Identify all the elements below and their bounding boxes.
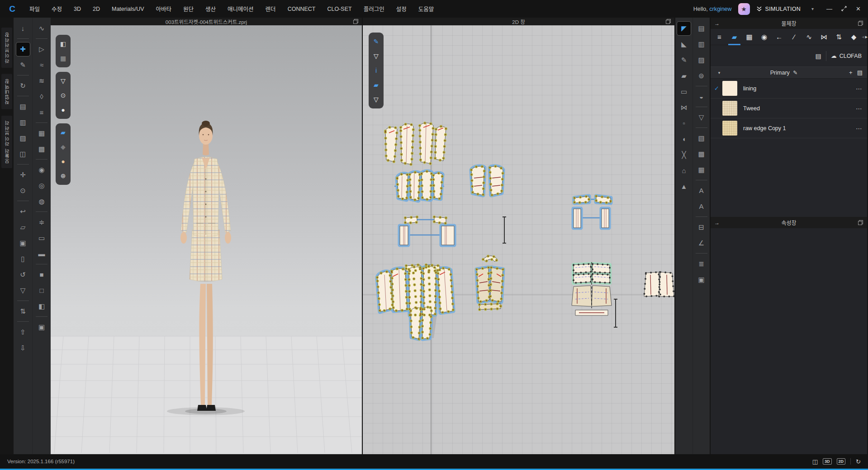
simulation-mode-switch[interactable]: SIMULATION [756, 6, 801, 12]
scale-pattern-tool-icon[interactable]: ⇅ [16, 305, 30, 318]
detect-sewing-tool-icon[interactable]: ⊚ [695, 69, 708, 83]
pane-2d-popout-icon[interactable] [666, 19, 671, 24]
segment-sewing-tool-icon[interactable]: ▤ [16, 100, 30, 113]
select-2d-tool-icon[interactable]: ◤ [677, 22, 691, 35]
fabric-shirt-tool-icon[interactable]: ▧ [695, 132, 708, 145]
menu-item-생산[interactable]: 생산 [199, 2, 222, 16]
segment-sewing-2d-tool-icon[interactable]: ▥ [695, 38, 708, 51]
tabs-scroll-left-icon[interactable]: ◂ [862, 30, 864, 44]
zipper-tool-icon[interactable]: ≑ [35, 216, 48, 229]
checkerboard-tool-icon[interactable]: ▦ [35, 127, 48, 140]
animation-tool-icon[interactable]: ∿ [35, 22, 48, 35]
edit-pattern-tool-icon[interactable]: ✎ [677, 53, 691, 67]
sculpt-brush-tool-icon[interactable]: ✎ [16, 58, 30, 72]
menu-item-애니메이션[interactable]: 애니메이션 [222, 2, 260, 16]
view-2d-badge[interactable]: 2D [837, 458, 846, 465]
property-collapse-icon[interactable]: → [714, 220, 720, 226]
hanger-down-tool-icon[interactable]: ⇩ [16, 341, 30, 355]
split-view-icon[interactable]: ◫ [812, 458, 818, 465]
menu-item-렌더[interactable]: 렌더 [260, 2, 282, 16]
ruler-tool-icon[interactable]: ⊟ [695, 221, 708, 234]
transform-pattern-tool-icon[interactable]: ◣ [677, 38, 691, 51]
close-button[interactable]: ✕ [856, 6, 861, 12]
tab-fabric-icon[interactable]: ▰ [727, 30, 741, 44]
tack-tool-icon[interactable]: ⊙ [16, 184, 30, 197]
button-lock-tool-icon[interactable]: ◍ [35, 195, 48, 208]
garment-texture-toggle-icon[interactable]: ▦ [57, 52, 69, 65]
trace-pattern-tool-icon[interactable]: ▫ [677, 117, 691, 130]
folder-icon[interactable]: ▤ [857, 69, 863, 76]
menu-item-2d[interactable]: 2D [87, 3, 106, 15]
tab-button-icon[interactable]: ◉ [757, 30, 771, 44]
tab-topstitch-icon[interactable]: ∕ [787, 30, 801, 44]
fabric-dark-toggle-icon[interactable]: ◆ [57, 141, 69, 153]
fabric-display-toggle-icon[interactable]: ▰ [57, 127, 69, 139]
text-tool-icon[interactable]: A [695, 184, 708, 197]
fill-square-tool-icon[interactable]: ■ [35, 268, 48, 282]
open-vest-tool-icon[interactable]: ▯ [16, 252, 30, 266]
text-italic-tool-icon[interactable]: A [695, 200, 708, 213]
menu-item-3d[interactable]: 3D [68, 3, 87, 15]
render-style-toggle-icon[interactable]: ◧ [57, 38, 69, 50]
angle-measure-tool-icon[interactable]: ∠ [695, 236, 708, 250]
tab-modular-library[interactable]: 모듈러 라이브러리 [1, 116, 12, 168]
pin-display-toggle-icon[interactable]: ⊙ [57, 89, 69, 102]
menu-item-도움말[interactable]: 도움말 [413, 2, 440, 16]
layer-tool-icon[interactable]: ◧ [35, 300, 48, 313]
curve-sewing-tool-icon[interactable]: ▨ [16, 132, 30, 145]
username-link[interactable]: crkginew [709, 6, 731, 12]
dart-tool-icon[interactable]: ⋈ [677, 101, 691, 114]
fabric-2d-toggle-icon[interactable]: ▰ [370, 79, 382, 91]
menu-item-materialsuv[interactable]: Materials/UV [106, 3, 150, 15]
notch-tool-icon[interactable]: ╳ [677, 148, 691, 162]
globe-display-toggle-icon[interactable]: ⊕ [57, 170, 69, 182]
sewing-2d-tool-icon[interactable]: ▤ [695, 22, 708, 35]
Tweed[interactable]: ✓ Tweed ⋯ [711, 99, 867, 118]
texture-shirt-tool-icon[interactable]: ▩ [695, 147, 708, 161]
stamp-2d-tool-icon[interactable]: ▣ [695, 273, 708, 287]
garment-rotate-tool-icon[interactable]: ↻ [16, 79, 30, 93]
menu-item-플러그인[interactable]: 플러그인 [358, 2, 390, 16]
add-group-icon[interactable]: + [849, 69, 853, 76]
minimize-button[interactable]: — [826, 6, 832, 12]
stamp-tool-icon[interactable]: ▣ [35, 320, 48, 334]
material-more-icon[interactable]: ⋯ [856, 125, 863, 132]
tab-puckering-icon[interactable]: ∿ [802, 30, 816, 44]
show-pattern-2d-tool-icon[interactable]: ▽ [695, 111, 708, 124]
piping-tool-icon[interactable]: ▭ [35, 231, 48, 245]
add-fabric-icon[interactable]: ▤ [815, 52, 821, 60]
curve-garment-tool-icon[interactable]: ≋ [35, 74, 48, 88]
pin-tool-icon[interactable]: ✛ [16, 168, 30, 182]
menu-item-원단[interactable]: 원단 [177, 2, 199, 16]
polygon-pattern-tool-icon[interactable]: ▰ [677, 69, 691, 83]
binding-tool-icon[interactable]: ▬ [35, 247, 48, 261]
refresh-icon[interactable]: ↻ [856, 458, 861, 465]
menu-item-수정[interactable]: 수정 [46, 2, 68, 16]
restore-button[interactable] [841, 6, 847, 12]
pull-garment-tool-icon[interactable]: ▷ [35, 42, 48, 56]
pattern-info-toggle-icon[interactable]: i [370, 65, 382, 77]
tab-zipper-icon[interactable]: ⇅ [832, 30, 846, 44]
menu-item-connect[interactable]: CONNECT [282, 3, 322, 15]
fitting-mannequin-tool-icon[interactable]: ◫ [16, 147, 30, 161]
edit-curve-toggle-icon[interactable]: ✎ [370, 36, 382, 48]
group-collapse-icon[interactable]: ▾ [715, 70, 723, 75]
viewport-3d[interactable]: ◧▦ ▽⊙● ▰◆●⊕ [51, 25, 362, 454]
show-pattern-toggle-icon[interactable]: ▽ [370, 50, 382, 62]
tab-trim-icon[interactable]: ◆ [847, 30, 861, 44]
lining[interactable]: ✓ lining ⋯ [711, 79, 867, 99]
clone-garment-tool-icon[interactable]: ▣ [16, 236, 30, 250]
refit-garment-tool-icon[interactable]: ↺ [16, 268, 30, 282]
tab-library-window[interactable]: 라이브러리창 [1, 28, 12, 68]
show-garment-tool-icon[interactable]: ▽ [16, 284, 30, 297]
free-sewing-tool-icon[interactable]: ▥ [16, 116, 30, 129]
hanger-up-tool-icon[interactable]: ⇧ [16, 325, 30, 339]
drape-tool-icon[interactable]: ◊ [35, 90, 48, 103]
menu-item-설정[interactable]: 설정 [390, 2, 413, 16]
viewport-2d[interactable]: ✎▽i▰▽ [363, 25, 674, 454]
collapse-panel-icon[interactable]: → [714, 20, 720, 27]
checker-shirt-tool-icon[interactable]: ▩ [35, 142, 48, 156]
tabs-scroll-right-icon[interactable]: ▸ [865, 30, 868, 44]
simulation-dropdown-caret[interactable]: ▾ [811, 6, 814, 11]
property-panel-popout-icon[interactable] [858, 220, 863, 225]
